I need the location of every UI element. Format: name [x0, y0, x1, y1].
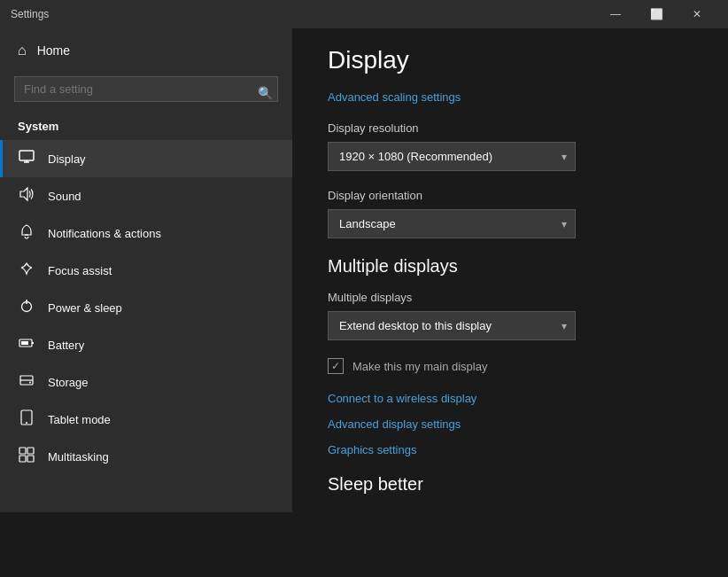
system-section-label: System	[0, 113, 292, 140]
focus-icon	[18, 261, 35, 280]
svg-rect-9	[21, 341, 28, 345]
sidebar-item-multitasking[interactable]: Multitasking	[0, 438, 292, 475]
sidebar-item-notifications-label: Notifications & actions	[48, 227, 161, 240]
advanced-display-link[interactable]: Advanced display settings	[328, 417, 693, 431]
advanced-scaling-link[interactable]: Advanced scaling settings	[328, 90, 461, 104]
home-icon: ⌂	[18, 43, 27, 58]
power-icon	[18, 298, 35, 317]
battery-icon	[18, 335, 35, 355]
search-input[interactable]	[14, 76, 278, 102]
minimize-button[interactable]: —	[595, 0, 636, 28]
svg-point-12	[29, 382, 31, 384]
window-title: Settings	[11, 8, 49, 20]
sound-icon	[18, 186, 35, 206]
display-icon	[18, 149, 35, 168]
sidebar-item-storage-label: Storage	[48, 376, 89, 389]
main-layout: ⌂ Home 🔍 System Display	[0, 28, 728, 512]
svg-rect-18	[27, 456, 34, 462]
orientation-label: Display orientation	[328, 189, 693, 202]
sidebar-item-power[interactable]: Power & sleep	[0, 289, 292, 326]
sidebar-item-sound-label: Sound	[48, 190, 81, 203]
connect-wireless-link[interactable]: Connect to a wireless display	[328, 392, 693, 405]
maximize-button[interactable]: ⬜	[636, 0, 677, 28]
sidebar-item-tablet[interactable]: Tablet mode	[0, 401, 292, 438]
sidebar-item-notifications[interactable]: Notifications & actions	[0, 214, 292, 252]
sidebar-item-display-label: Display	[48, 152, 86, 166]
multiple-displays-dropdown[interactable]: Extend desktop to this display Duplicate…	[328, 311, 576, 340]
titlebar-controls: — ⬜ ✕	[595, 0, 717, 28]
sidebar: ⌂ Home 🔍 System Display	[0, 28, 292, 512]
svg-marker-3	[20, 188, 27, 200]
content-area: Display Advanced scaling settings Displa…	[292, 28, 728, 512]
notifications-icon	[18, 223, 35, 243]
sidebar-item-focus-label: Focus assist	[48, 264, 112, 277]
storage-icon	[18, 372, 35, 392]
svg-rect-17	[19, 456, 26, 462]
svg-rect-16	[27, 448, 34, 454]
multiple-displays-dropdown-wrapper: Extend desktop to this display Duplicate…	[328, 311, 576, 340]
multitasking-icon	[18, 447, 35, 466]
multiple-displays-label: Multiple displays	[328, 291, 693, 304]
svg-rect-15	[19, 448, 26, 454]
multiple-displays-title: Multiple displays	[328, 256, 693, 277]
orientation-dropdown[interactable]: Landscape Portrait Landscape (flipped) P…	[328, 209, 576, 238]
sidebar-item-power-label: Power & sleep	[48, 301, 122, 315]
sidebar-item-battery-label: Battery	[48, 339, 84, 352]
tablet-icon	[18, 409, 35, 429]
sidebar-item-home[interactable]: ⌂ Home	[0, 28, 292, 73]
main-display-row: ✓ Make this my main display	[328, 358, 693, 374]
orientation-dropdown-wrapper: Landscape Portrait Landscape (flipped) P…	[328, 209, 576, 238]
svg-rect-0	[19, 151, 34, 160]
main-display-label: Make this my main display	[352, 360, 487, 373]
close-button[interactable]: ✕	[677, 0, 717, 28]
sidebar-item-multitasking-label: Multitasking	[48, 450, 109, 464]
search-icon[interactable]: 🔍	[258, 86, 273, 100]
sidebar-item-battery[interactable]: Battery	[0, 326, 292, 363]
resolution-dropdown-wrapper: 1920 × 1080 (Recommended) 1280 × 720 160…	[328, 142, 576, 171]
resolution-label: Display resolution	[328, 121, 693, 135]
checkmark-icon: ✓	[331, 360, 340, 372]
main-display-checkbox[interactable]: ✓	[328, 358, 344, 374]
sidebar-item-focus[interactable]: Focus assist	[0, 252, 292, 289]
sidebar-item-display[interactable]: Display	[0, 140, 292, 177]
sidebar-item-tablet-label: Tablet mode	[48, 413, 111, 426]
sidebar-item-storage[interactable]: Storage	[0, 363, 292, 401]
svg-rect-8	[32, 342, 34, 344]
sidebar-item-sound[interactable]: Sound	[0, 177, 292, 214]
home-label: Home	[37, 43, 70, 58]
resolution-dropdown[interactable]: 1920 × 1080 (Recommended) 1280 × 720 160…	[328, 142, 576, 171]
graphics-settings-link[interactable]: Graphics settings	[328, 443, 693, 456]
sleep-better-title: Sleep better	[328, 474, 693, 495]
page-title: Display	[328, 46, 693, 74]
window-titlebar: Settings — ⬜ ✕	[0, 0, 728, 28]
svg-point-14	[26, 422, 27, 424]
search-container: 🔍	[0, 73, 292, 113]
